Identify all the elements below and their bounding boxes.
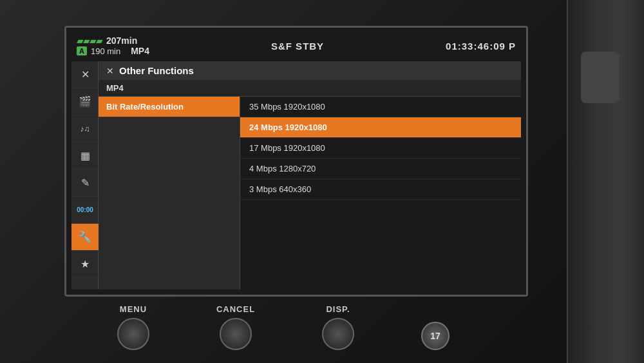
menu-right-item-3[interactable]: 4 Mbps 1280x720 xyxy=(240,159,521,179)
cancel-button[interactable] xyxy=(220,318,252,350)
menu-button-label: MENU xyxy=(120,304,147,314)
sidebar-item-wrench[interactable]: 🔧 xyxy=(71,224,99,251)
lcd-screen: ▰▰▰▰ 207min A 190 min MP4 S&F STBY 01:33… xyxy=(64,26,528,297)
sidebar-item-timecode[interactable]: 00:00 xyxy=(71,197,99,224)
bottom-controls: MENU CANCEL DISP. 17 xyxy=(84,304,483,350)
dial-button[interactable]: 17 xyxy=(421,322,450,350)
menu-left-panel: Bit Rate/Resolution xyxy=(99,97,240,289)
disp-button[interactable] xyxy=(322,318,354,350)
sidebar-item-star[interactable]: ★ xyxy=(71,251,99,278)
menu-area: ✕ 🎬 ♪♫ ▦ ✎ 00:00 xyxy=(71,61,521,289)
menu-button[interactable] xyxy=(117,318,149,350)
menu-submenu-label: MP4 xyxy=(99,80,521,97)
menu-left-item-bitrate[interactable]: Bit Rate/Resolution xyxy=(99,97,240,117)
status-timecode: 01:33:46:09 P xyxy=(446,41,516,52)
sidebar-item-film[interactable]: ▦ xyxy=(71,142,99,170)
timecode-icon: 00:00 xyxy=(77,206,93,213)
sidebar-item-close[interactable]: ✕ xyxy=(71,61,99,88)
film-icon: ▦ xyxy=(80,150,90,162)
control-group-cancel: CANCEL xyxy=(216,304,255,350)
status-mode: S&F STBY xyxy=(271,41,324,52)
sidebar-item-edit[interactable]: ✎ xyxy=(71,170,99,197)
control-group-disp: DISP. xyxy=(322,304,354,350)
battery-time: 207min xyxy=(106,35,137,46)
icon-sidebar: ✕ 🎬 ♪♫ ▦ ✎ 00:00 xyxy=(71,61,99,289)
control-group-dial: 17 xyxy=(421,322,450,350)
status-left: ▰▰▰▰ 207min A 190 min MP4 xyxy=(77,35,149,56)
edit-icon: ✎ xyxy=(81,177,90,189)
control-group-menu: MENU xyxy=(117,304,149,350)
sidebar-item-video[interactable]: 🎬 xyxy=(71,88,99,115)
cancel-button-label: CANCEL xyxy=(216,304,255,314)
sidebar-item-audio[interactable]: ♪♫ xyxy=(71,115,99,142)
media-time: 190 min xyxy=(91,46,120,56)
menu-right-item-2[interactable]: 17 Mbps 1920x1080 xyxy=(240,138,521,159)
video-icon: 🎬 xyxy=(79,95,91,108)
battery-icon: ▰▰▰▰ xyxy=(77,35,102,46)
status-bar: ▰▰▰▰ 207min A 190 min MP4 S&F STBY 01:33… xyxy=(71,33,521,59)
battery-row: ▰▰▰▰ 207min xyxy=(77,35,149,46)
menu-header-title: Other Functions xyxy=(119,65,194,76)
menu-header: ✕ Other Functions xyxy=(99,61,521,80)
screen-content: ▰▰▰▰ 207min A 190 min MP4 S&F STBY 01:33… xyxy=(66,28,526,295)
media-label-icon: A xyxy=(77,46,87,55)
close-icon: ✕ xyxy=(81,68,90,81)
menu-right-panel: 35 Mbps 1920x1080 24 Mbps 1920x1080 17 M… xyxy=(240,97,521,289)
format-label: MP4 xyxy=(131,46,149,56)
menu-right-item-4[interactable]: 3 Mbps 640x360 xyxy=(240,179,521,200)
disp-button-label: DISP. xyxy=(326,304,350,314)
wrench-icon: 🔧 xyxy=(79,231,91,243)
menu-content: ✕ Other Functions MP4 Bit Rate/Resolutio… xyxy=(99,61,521,289)
dial-number: 17 xyxy=(430,331,440,341)
camera-grip-right xyxy=(567,0,644,363)
star-icon: ★ xyxy=(80,258,90,270)
camera-body: ▰▰▰▰ 207min A 190 min MP4 S&F STBY 01:33… xyxy=(0,0,644,363)
menu-right-item-0[interactable]: 35 Mbps 1920x1080 xyxy=(240,97,521,117)
menu-items-area: Bit Rate/Resolution 35 Mbps 1920x1080 24… xyxy=(99,97,521,289)
menu-right-item-1[interactable]: 24 Mbps 1920x1080 xyxy=(240,117,521,138)
media-row: A 190 min MP4 xyxy=(77,46,149,56)
menu-header-close-icon: ✕ xyxy=(106,66,114,76)
audio-icon: ♪♫ xyxy=(80,124,90,133)
